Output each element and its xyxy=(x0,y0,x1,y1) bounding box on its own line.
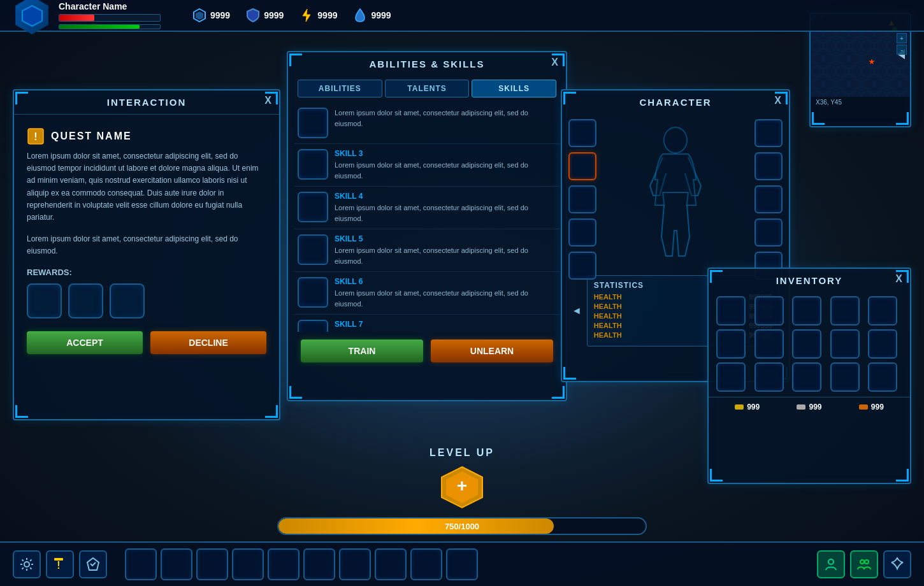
unlearn-button[interactable]: Unlearn xyxy=(431,339,553,362)
minimap-coordinates: X36, Y45 xyxy=(811,97,910,108)
abilities-close[interactable]: X xyxy=(551,57,558,68)
skill-item: SKILL 5 Lorem ipsum dolor sit amet, cons… xyxy=(294,229,559,272)
stat-label-2: HEALTH xyxy=(594,303,622,310)
energy-value: 9999 xyxy=(317,10,337,20)
abilities-tabs: ABILITIES TALENTS SKILLS xyxy=(288,75,566,97)
action-slot-5[interactable] xyxy=(268,548,300,580)
character-name: Character Name xyxy=(59,1,161,11)
inv-slot[interactable] xyxy=(830,362,860,392)
svg-point-13 xyxy=(24,562,29,567)
stat-label-4: HEALTH xyxy=(594,322,622,329)
xp-bar-fill xyxy=(278,518,554,534)
magic-button[interactable] xyxy=(883,550,911,578)
skill-desc-5: Lorem ipsum dolor sit amet, consectetur … xyxy=(335,331,556,332)
inv-slot[interactable] xyxy=(716,362,746,392)
inv-slot[interactable] xyxy=(754,296,784,325)
action-slot-2[interactable] xyxy=(161,548,192,580)
resource-water: 9999 xyxy=(353,8,391,22)
settings-button[interactable] xyxy=(13,550,41,578)
tab-skills[interactable]: SKILLS xyxy=(472,80,556,97)
svg-point-17 xyxy=(860,560,864,564)
skill-desc-2: Lorem ipsum dolor sit amet, consectetur … xyxy=(335,203,556,224)
equip-slot-weapon[interactable] xyxy=(754,119,783,147)
abilities-buttons: Train Unlearn xyxy=(288,332,566,370)
svg-marker-0 xyxy=(22,6,42,26)
equip-slot-chest[interactable] xyxy=(568,152,596,180)
social-button[interactable] xyxy=(850,550,878,578)
action-slot-7[interactable] xyxy=(339,548,371,580)
inv-slot[interactable] xyxy=(754,329,784,359)
minimap-zoom-in[interactable]: + xyxy=(897,33,907,43)
inv-slot[interactable] xyxy=(868,329,897,359)
action-slot-10[interactable] xyxy=(446,548,478,580)
achievements-button[interactable] xyxy=(79,550,107,578)
inv-slot[interactable] xyxy=(716,296,746,325)
interaction-close[interactable]: X xyxy=(264,96,271,106)
action-slot-8[interactable] xyxy=(375,548,407,580)
equip-slot-feet[interactable] xyxy=(568,218,596,247)
equip-slot-gloves[interactable] xyxy=(754,218,783,247)
decline-button[interactable]: Decline xyxy=(150,331,266,354)
health-bar-fill xyxy=(59,15,94,21)
health-bar xyxy=(59,14,161,22)
energy-bar-fill xyxy=(59,25,140,29)
stats-arrow[interactable]: ◄ xyxy=(572,305,582,317)
inv-slot[interactable] xyxy=(868,296,897,325)
skill-icon-4 xyxy=(298,277,328,308)
quest-description-2: Lorem ipsum dolor sit amet, consectetur … xyxy=(14,233,279,257)
action-slot-1[interactable] xyxy=(125,548,157,580)
inv-slot[interactable] xyxy=(716,329,746,359)
level-up-button[interactable]: + xyxy=(440,465,484,510)
tab-abilities[interactable]: ABILITIES xyxy=(298,80,382,97)
equip-slot-shoulder[interactable] xyxy=(754,185,783,213)
quest-name: QUEST NAME xyxy=(51,131,132,142)
character-sheet-button[interactable] xyxy=(817,550,845,578)
xp-bar-container: 750/1000 xyxy=(277,517,647,535)
equip-slot-offhand[interactable] xyxy=(754,152,783,180)
interaction-panel: INTERACTION X ! QUEST NAME Lorem ipsum d… xyxy=(13,89,280,420)
inv-silver: 999 xyxy=(797,403,821,411)
inv-slot[interactable] xyxy=(868,362,897,392)
resource-shield: 9999 xyxy=(246,8,284,22)
skill-desc-1: Lorem ipsum dolor sit amet, consectetur … xyxy=(335,160,556,181)
character-close[interactable]: X xyxy=(774,96,781,106)
drop-icon xyxy=(353,8,367,22)
tab-talents[interactable]: TALENTS xyxy=(385,80,470,97)
skill-icon-5 xyxy=(298,320,328,332)
skill-icon-0 xyxy=(298,108,328,138)
bottom-right-icons xyxy=(817,550,911,578)
interaction-title: INTERACTION xyxy=(14,90,279,115)
inv-slot[interactable] xyxy=(792,362,821,392)
action-slot-3[interactable] xyxy=(196,548,228,580)
inv-gold: 999 xyxy=(735,403,760,411)
action-slot-9[interactable] xyxy=(410,548,442,580)
train-button[interactable]: Train xyxy=(301,339,423,362)
bronze-value: 999 xyxy=(871,403,884,411)
svg-point-18 xyxy=(865,560,869,564)
skill-text-3: SKILL 5 Lorem ipsum dolor sit amet, cons… xyxy=(335,234,556,266)
equip-slot-legs[interactable] xyxy=(568,185,596,213)
character-body-silhouette xyxy=(637,122,714,262)
inv-slot[interactable] xyxy=(792,296,821,325)
minimap-zoom-out[interactable]: - xyxy=(897,45,907,55)
quest-header: ! QUEST NAME xyxy=(14,121,279,150)
crystal-value: 9999 xyxy=(210,10,230,20)
inv-slot[interactable] xyxy=(830,296,860,325)
inv-slot[interactable] xyxy=(830,329,860,359)
action-slot-4[interactable] xyxy=(232,548,264,580)
equipment-slots-right xyxy=(754,113,783,280)
quest-log-button[interactable]: ! xyxy=(46,550,74,578)
inv-slot[interactable] xyxy=(754,362,784,392)
inventory-grid xyxy=(709,291,910,397)
equip-slot-head[interactable] xyxy=(568,119,596,147)
resource-bar: Character Name 9999 xyxy=(0,0,924,32)
accept-button[interactable]: Accept xyxy=(27,331,143,354)
inventory-close[interactable]: X xyxy=(895,274,902,284)
skill-item: SKILL 4 Lorem ipsum dolor sit amet, cons… xyxy=(294,187,559,229)
equip-slot-ring[interactable] xyxy=(568,252,596,280)
interaction-buttons: Accept Decline xyxy=(14,331,279,354)
action-slot-6[interactable] xyxy=(303,548,335,580)
inv-slot[interactable] xyxy=(792,329,821,359)
action-bar xyxy=(125,548,478,580)
character-title: CHARACTER xyxy=(562,90,789,113)
